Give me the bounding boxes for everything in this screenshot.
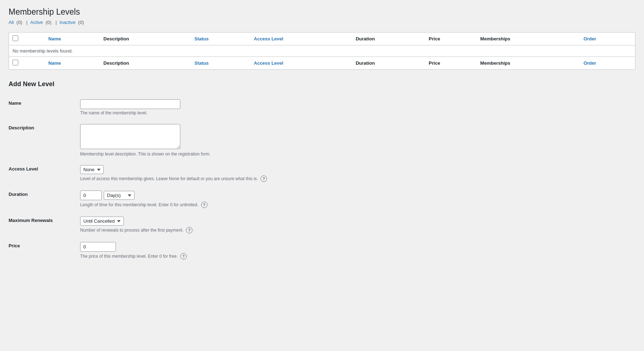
maximum-renewals-label: Maximum Renewals xyxy=(9,212,80,238)
footer-col-status: Status xyxy=(191,57,250,70)
footer-col-duration: Duration xyxy=(352,57,425,70)
duration-help-icon[interactable]: ? xyxy=(201,202,208,208)
duration-label: Duration xyxy=(9,186,80,212)
price-description: The price of this membership level. Ente… xyxy=(80,253,635,259)
select-all-col xyxy=(9,33,45,45)
page-title: Membership Levels xyxy=(9,7,635,17)
access-level-label: Access Level xyxy=(9,161,80,186)
price-help-icon[interactable]: ? xyxy=(180,253,187,259)
form-row-description: Description Membership level description… xyxy=(9,120,635,161)
footer-col-name: Name xyxy=(45,57,100,70)
duration-description: Length of time for this membership level… xyxy=(80,202,635,208)
footer-col-price: Price xyxy=(425,57,477,70)
description-description: Membership level description. This is sh… xyxy=(80,152,635,157)
col-duration: Duration xyxy=(352,33,425,45)
description-textarea[interactable] xyxy=(80,124,180,149)
duration-field-cell: Day(s) Week(s) Month(s) Year(s) Length o… xyxy=(80,186,635,212)
footer-col-access-level-link[interactable]: Access Level xyxy=(254,60,283,66)
maximum-renewals-field-cell: Until Cancelled Number of renewals to pr… xyxy=(80,212,635,238)
name-description: The name of the membership level. xyxy=(80,110,635,115)
price-label: Price xyxy=(9,238,80,264)
col-status-link[interactable]: Status xyxy=(194,36,209,41)
duration-unit-select[interactable]: Day(s) Week(s) Month(s) Year(s) xyxy=(104,191,135,200)
table-header-row: Name Description Status Access Level Dur… xyxy=(9,33,635,45)
filter-links: All (0) | Active (0) | Inactive (0) xyxy=(9,20,635,25)
table-footer-row: Name Description Status Access Level Dur… xyxy=(9,57,635,70)
add-new-title: Add New Level xyxy=(9,80,635,88)
empty-row: No membership levels found. xyxy=(9,45,635,57)
col-description: Description xyxy=(100,33,191,45)
access-level-description: Level of access this membership gives. L… xyxy=(80,176,635,182)
footer-col-name-link[interactable]: Name xyxy=(48,60,61,66)
duration-value-input[interactable] xyxy=(80,191,102,200)
col-price: Price xyxy=(425,33,477,45)
col-order: Order xyxy=(580,33,635,45)
select-all-checkbox[interactable] xyxy=(13,35,18,41)
filter-all[interactable]: All xyxy=(9,20,14,25)
col-name-link[interactable]: Name xyxy=(48,36,61,41)
duration-inputs: Day(s) Week(s) Month(s) Year(s) xyxy=(80,191,635,200)
col-order-link[interactable]: Order xyxy=(584,36,596,41)
col-name: Name xyxy=(45,33,100,45)
footer-col-description: Description xyxy=(100,57,191,70)
description-field-cell: Membership level description. This is sh… xyxy=(80,120,635,161)
add-new-level-section: Add New Level Name The name of the membe… xyxy=(9,80,635,264)
name-label: Name xyxy=(9,95,80,120)
description-label: Description xyxy=(9,120,80,161)
footer-select-all-checkbox[interactable] xyxy=(13,60,18,65)
access-level-help-icon[interactable]: ? xyxy=(260,176,267,182)
col-memberships: Memberships xyxy=(477,33,580,45)
col-access-level-link[interactable]: Access Level xyxy=(254,36,283,41)
form-row-duration: Duration Day(s) Week(s) Month(s) Year(s)… xyxy=(9,186,635,212)
maximum-renewals-help-icon[interactable]: ? xyxy=(186,227,192,233)
footer-col-order-link[interactable]: Order xyxy=(584,60,596,66)
filter-inactive-count: (0) xyxy=(78,20,84,25)
footer-col-access-level: Access Level xyxy=(250,57,352,70)
footer-select-all-col xyxy=(9,57,45,70)
form-row-access-level: Access Level None Level of access this m… xyxy=(9,161,635,186)
form-row-maximum-renewals: Maximum Renewals Until Cancelled Number … xyxy=(9,212,635,238)
price-field-cell: The price of this membership level. Ente… xyxy=(80,238,635,264)
access-level-field-cell: None Level of access this membership giv… xyxy=(80,161,635,186)
filter-active-count: (0) xyxy=(46,20,52,25)
membership-levels-table: Name Description Status Access Level Dur… xyxy=(9,32,635,70)
name-field-cell: The name of the membership level. xyxy=(80,95,635,120)
price-input[interactable] xyxy=(80,242,116,252)
maximum-renewals-description: Number of renewals to process after the … xyxy=(80,227,635,233)
access-level-select[interactable]: None xyxy=(80,165,104,174)
filter-active[interactable]: Active xyxy=(30,20,43,25)
form-row-price: Price The price of this membership level… xyxy=(9,238,635,264)
maximum-renewals-select[interactable]: Until Cancelled xyxy=(80,217,124,226)
col-status: Status xyxy=(191,33,250,45)
filter-inactive[interactable]: Inactive xyxy=(59,20,75,25)
footer-col-status-link[interactable]: Status xyxy=(194,60,209,66)
col-access-level: Access Level xyxy=(250,33,352,45)
name-input[interactable] xyxy=(80,99,180,109)
empty-message: No membership levels found. xyxy=(9,45,635,57)
filter-all-count: (0) xyxy=(16,20,22,25)
footer-col-order: Order xyxy=(580,57,635,70)
footer-col-memberships: Memberships xyxy=(477,57,580,70)
add-new-form: Name The name of the membership level. D… xyxy=(9,95,635,264)
form-row-name: Name The name of the membership level. xyxy=(9,95,635,120)
